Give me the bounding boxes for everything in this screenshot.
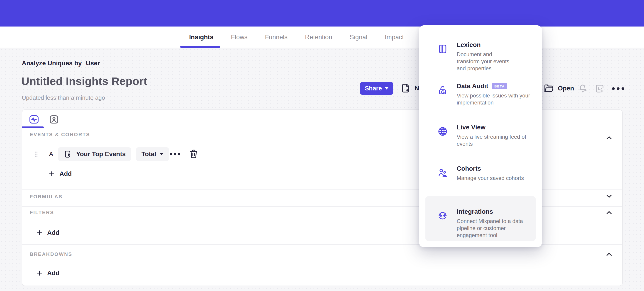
breakdowns-collapse-button[interactable] — [604, 250, 614, 260]
drag-handle-icon — [34, 151, 38, 158]
filters-header: FILTERS — [30, 210, 54, 216]
menu-item-lexicon[interactable]: Lexicon Document and transform your even… — [426, 41, 536, 82]
active-tab-underline — [180, 46, 220, 48]
event-row-more-button[interactable] — [169, 152, 181, 156]
menu-item-title: Lexicon — [457, 41, 481, 48]
chevron-down-icon — [605, 192, 614, 200]
document-plus-icon — [400, 83, 411, 93]
tab-funnels[interactable]: Funnels — [265, 33, 288, 41]
menu-item-description: View possible issues with your implement… — [457, 92, 535, 106]
more-ellipsis-icon — [169, 152, 181, 156]
formulas-expand-button[interactable] — [604, 191, 614, 201]
event-selector-button[interactable]: Your Top Events — [58, 147, 131, 161]
chart-plus-icon — [594, 83, 605, 94]
report-tabs: Insights Flows Funnels Retention Signal … — [189, 26, 404, 48]
beta-badge: BETA — [492, 83, 507, 89]
share-label: Share — [365, 85, 382, 92]
add-filter-label: Add — [47, 229, 60, 236]
bell-plus-icon — [578, 83, 588, 94]
more-options-button[interactable] — [611, 86, 625, 91]
plus-icon — [36, 229, 43, 236]
data-audit-lock-icon — [438, 85, 448, 95]
cohorts-people-icon — [438, 168, 448, 178]
lexicon-book-icon — [438, 44, 448, 54]
menu-item-description: Manage your saved cohorts — [457, 175, 535, 182]
add-filter-button[interactable]: Add — [36, 226, 60, 240]
event-cursor-icon — [64, 150, 72, 159]
tab-impact[interactable]: Impact — [385, 33, 404, 41]
trash-icon — [188, 148, 199, 159]
add-breakdown-button[interactable]: Add — [36, 266, 60, 280]
plus-icon — [48, 170, 55, 177]
metric-selector-button[interactable]: Total — [136, 147, 169, 161]
analyze-entity-dropdown[interactable]: User — [86, 60, 100, 67]
pulse-chart-icon — [28, 114, 40, 125]
event-row-drag-handle[interactable] — [34, 147, 38, 161]
plus-icon — [36, 270, 43, 277]
open-report-button[interactable]: Open — [543, 83, 574, 94]
share-button[interactable]: Share — [360, 82, 393, 95]
add-to-board-button[interactable] — [594, 83, 605, 94]
data-management-menu: Lexicon Document and transform your even… — [419, 25, 542, 247]
add-event-button[interactable]: Add — [48, 167, 72, 181]
integrations-sync-icon — [438, 211, 448, 221]
menu-item-title: Cohorts — [457, 165, 481, 172]
menu-item-live-view[interactable]: Live View View a live streaming feed of … — [426, 124, 536, 165]
tab-metrics-view[interactable] — [28, 114, 40, 125]
open-label: Open — [558, 85, 574, 92]
menu-item-integrations[interactable]: Integrations Connect Mixpanel to a data … — [426, 196, 536, 241]
filters-collapse-button[interactable] — [604, 208, 614, 218]
event-name-label: Your Top Events — [76, 150, 126, 158]
tab-signal[interactable]: Signal — [350, 33, 367, 41]
formulas-header: FORMULAS — [30, 194, 62, 200]
updated-timestamp: Updated less than a minute ago — [22, 94, 105, 101]
analyze-uniques-row: Analyze Uniques by User — [22, 60, 100, 67]
menu-item-title: Data Audit — [457, 82, 488, 90]
menu-item-description: Connect Mixpanel to a data pipeline or c… — [457, 218, 535, 239]
metric-chevron-down-icon — [160, 153, 164, 155]
chevron-up-icon — [605, 209, 614, 217]
events-cohorts-header: EVENTS & COHORTS — [30, 132, 90, 138]
top-navigation-bar — [0, 0, 644, 26]
menu-item-title: Integrations — [457, 208, 493, 215]
folder-open-icon — [543, 83, 554, 94]
report-title[interactable]: Untitled Insights Report — [21, 75, 147, 87]
menu-item-data-audit[interactable]: Data Audit BETA View possible issues wit… — [426, 82, 536, 124]
tab-retention[interactable]: Retention — [305, 33, 332, 41]
tab-insights[interactable]: Insights — [189, 33, 214, 41]
live-view-globe-icon — [438, 126, 448, 137]
mixpanel-app: Dashboards Reports Users Search Dashboar… — [0, 0, 644, 291]
tab-flows[interactable]: Flows — [231, 33, 248, 41]
event-row-letter: A — [49, 147, 53, 161]
chevron-up-icon — [605, 134, 614, 142]
add-breakdown-label: Add — [47, 270, 60, 277]
event-row-delete-button[interactable] — [188, 148, 199, 159]
events-collapse-button[interactable] — [604, 133, 614, 143]
menu-item-title: Live View — [457, 124, 486, 131]
metric-label: Total — [142, 150, 156, 158]
chevron-up-icon — [605, 250, 614, 259]
more-ellipsis-icon — [611, 86, 625, 91]
menu-item-description: View a live streaming feed of events — [457, 133, 535, 147]
menu-item-description: Document and transform your events and p… — [457, 51, 516, 72]
share-chevron-down-icon — [385, 87, 388, 89]
analyze-prefix-label: Analyze Uniques by — [22, 60, 82, 67]
create-alert-button[interactable] — [578, 83, 588, 94]
tab-profiles-view[interactable] — [48, 114, 60, 125]
profile-icon — [48, 114, 60, 125]
breakdowns-header: BREAKDOWNS — [30, 251, 72, 257]
add-event-label: Add — [60, 170, 72, 177]
